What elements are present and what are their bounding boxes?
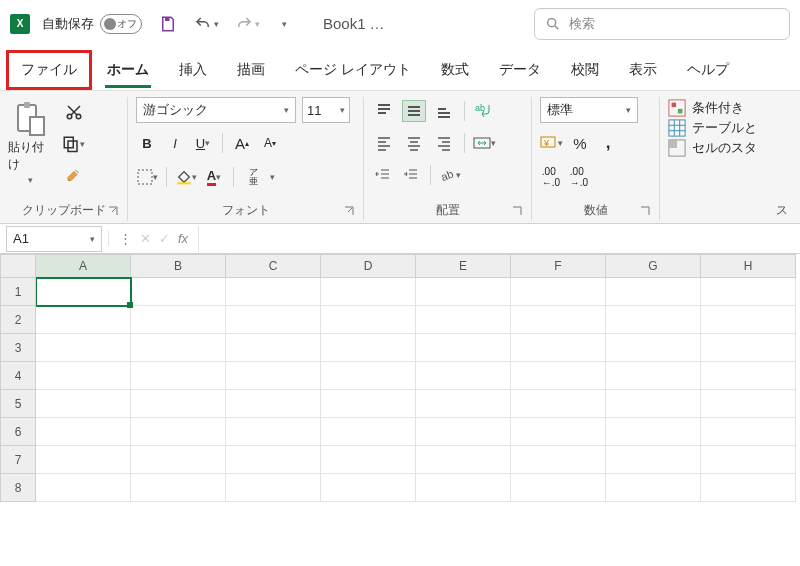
cell-C2[interactable]	[226, 306, 321, 334]
row-header-6[interactable]: 6	[0, 418, 36, 446]
underline-button[interactable]: U▾	[192, 132, 214, 154]
cell-A4[interactable]	[36, 362, 131, 390]
cell-F6[interactable]	[511, 418, 606, 446]
enter-icon[interactable]: ✓	[159, 231, 170, 246]
cell-C7[interactable]	[226, 446, 321, 474]
cell-E3[interactable]	[416, 334, 511, 362]
cell-F7[interactable]	[511, 446, 606, 474]
cell-H2[interactable]	[701, 306, 796, 334]
cell-A7[interactable]	[36, 446, 131, 474]
orientation-button[interactable]: ab▾	[439, 164, 461, 186]
align-bottom-button[interactable]	[432, 100, 456, 122]
search-input[interactable]: 検索	[534, 8, 790, 40]
document-name[interactable]: Book1…	[323, 15, 387, 32]
cell-H7[interactable]	[701, 446, 796, 474]
borders-button[interactable]: ▾	[136, 166, 158, 188]
tab-formulas[interactable]: 数式	[426, 50, 484, 90]
cell-D6[interactable]	[321, 418, 416, 446]
cell-styles-button[interactable]: セルのスタ	[668, 139, 757, 157]
tab-review[interactable]: 校閲	[556, 50, 614, 90]
tab-data[interactable]: データ	[484, 50, 556, 90]
cell-C3[interactable]	[226, 334, 321, 362]
cell-H8[interactable]	[701, 474, 796, 502]
shrink-font-button[interactable]: A▾	[259, 132, 281, 154]
italic-button[interactable]: I	[164, 132, 186, 154]
cell-B3[interactable]	[131, 334, 226, 362]
cell-G2[interactable]	[606, 306, 701, 334]
font-color-button[interactable]: A▾	[203, 166, 225, 188]
tab-file[interactable]: ファイル	[6, 50, 92, 90]
tab-view[interactable]: 表示	[614, 50, 672, 90]
name-box[interactable]: A1▾	[6, 226, 102, 252]
cell-C4[interactable]	[226, 362, 321, 390]
paste-button[interactable]: 貼り付け ▾	[8, 97, 52, 185]
font-size-select[interactable]: 11▾	[302, 97, 350, 123]
cell-C6[interactable]	[226, 418, 321, 446]
cell-G8[interactable]	[606, 474, 701, 502]
cell-E5[interactable]	[416, 390, 511, 418]
cancel-icon[interactable]: ✕	[140, 231, 151, 246]
cell-A3[interactable]	[36, 334, 131, 362]
align-center-button[interactable]	[402, 132, 426, 154]
cell-H5[interactable]	[701, 390, 796, 418]
cell-B8[interactable]	[131, 474, 226, 502]
undo-button[interactable]: ▾	[194, 15, 219, 33]
autosave-toggle[interactable]: 自動保存 オフ	[42, 14, 142, 34]
cell-A1[interactable]	[36, 278, 131, 306]
format-as-table-button[interactable]: テーブルと	[668, 119, 757, 137]
dots-icon[interactable]: ⋮	[119, 231, 132, 246]
col-header-B[interactable]: B	[131, 254, 226, 278]
col-header-G[interactable]: G	[606, 254, 701, 278]
qat-customize-icon[interactable]: ▾	[282, 19, 287, 29]
cell-G3[interactable]	[606, 334, 701, 362]
row-header-2[interactable]: 2	[0, 306, 36, 334]
cell-E1[interactable]	[416, 278, 511, 306]
tab-page-layout[interactable]: ページ レイアウト	[280, 50, 426, 90]
cell-G4[interactable]	[606, 362, 701, 390]
cell-F8[interactable]	[511, 474, 606, 502]
cell-H3[interactable]	[701, 334, 796, 362]
tab-help[interactable]: ヘルプ	[672, 50, 744, 90]
decrease-indent-button[interactable]	[372, 164, 394, 186]
row-header-5[interactable]: 5	[0, 390, 36, 418]
row-header-8[interactable]: 8	[0, 474, 36, 502]
tab-insert[interactable]: 挿入	[164, 50, 222, 90]
col-header-A[interactable]: A	[36, 254, 131, 278]
cell-D7[interactable]	[321, 446, 416, 474]
cell-B6[interactable]	[131, 418, 226, 446]
cell-B4[interactable]	[131, 362, 226, 390]
increase-indent-button[interactable]	[400, 164, 422, 186]
tab-draw[interactable]: 描画	[222, 50, 280, 90]
bold-button[interactable]: B	[136, 132, 158, 154]
col-header-F[interactable]: F	[511, 254, 606, 278]
cell-E6[interactable]	[416, 418, 511, 446]
row-header-3[interactable]: 3	[0, 334, 36, 362]
format-painter-button[interactable]	[63, 165, 85, 187]
col-header-D[interactable]: D	[321, 254, 416, 278]
merge-center-button[interactable]: ▾	[473, 132, 496, 154]
cell-E7[interactable]	[416, 446, 511, 474]
cell-F5[interactable]	[511, 390, 606, 418]
cell-B5[interactable]	[131, 390, 226, 418]
cell-E4[interactable]	[416, 362, 511, 390]
cell-D4[interactable]	[321, 362, 416, 390]
phonetic-button[interactable]: ア 亜	[242, 166, 264, 188]
toggle-icon[interactable]: オフ	[100, 14, 142, 34]
row-header-7[interactable]: 7	[0, 446, 36, 474]
align-right-button[interactable]	[432, 132, 456, 154]
font-name-select[interactable]: 游ゴシック▾	[136, 97, 296, 123]
cell-F4[interactable]	[511, 362, 606, 390]
row-header-1[interactable]: 1	[0, 278, 36, 306]
cell-D3[interactable]	[321, 334, 416, 362]
cell-D1[interactable]	[321, 278, 416, 306]
save-button[interactable]	[158, 14, 178, 34]
formula-input[interactable]	[198, 226, 800, 252]
cell-A2[interactable]	[36, 306, 131, 334]
tab-home[interactable]: ホーム	[92, 50, 164, 90]
cell-D2[interactable]	[321, 306, 416, 334]
cell-D8[interactable]	[321, 474, 416, 502]
cell-G6[interactable]	[606, 418, 701, 446]
comma-button[interactable]: ,	[597, 132, 619, 154]
align-top-button[interactable]	[372, 100, 396, 122]
cell-G7[interactable]	[606, 446, 701, 474]
